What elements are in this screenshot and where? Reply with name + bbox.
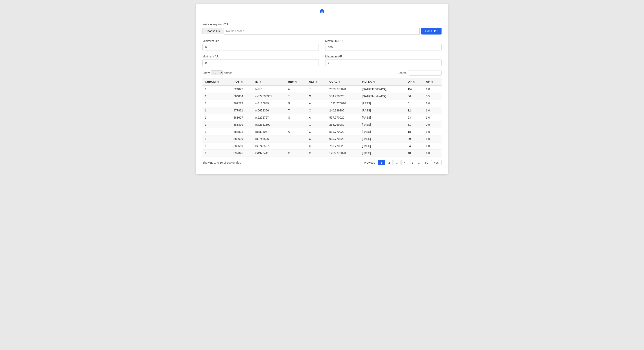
min-dp-label: Minimum DP: — [202, 39, 319, 43]
col-filter[interactable]: FILTER ⇅ — [360, 78, 405, 85]
cell-id: rs4970441 — [253, 150, 286, 157]
max-af-label: Maximum AF: — [325, 55, 442, 58]
cell-id: rs3828047 — [253, 128, 286, 135]
col-af[interactable]: AF ⇅ — [424, 78, 442, 85]
cell-filter: [GATKStandardMQ] — [360, 85, 405, 93]
cell-filter: [PASS] — [360, 100, 405, 107]
cell-ref: T — [286, 135, 306, 143]
cell-filter: [PASS] — [360, 114, 405, 121]
cell-af: 1.0 — [424, 100, 442, 107]
min-dp-group: Minimum DP: — [202, 39, 319, 51]
dp-filters-row: Minimum DP: Maximum DP: — [202, 39, 442, 51]
max-dp-input[interactable] — [325, 44, 442, 51]
cell-pos: 897325 — [231, 150, 253, 157]
content: Insira o arquivo VCF Choose File No file… — [196, 18, 448, 170]
cell-chrom: 1 — [202, 128, 231, 135]
table-row: 1762273rs3115849GA1692.770020[PASS]811.0 — [202, 100, 442, 107]
page-50-button[interactable]: 50 — [423, 160, 430, 165]
data-table: CHROM ⇅ POS ⇅ ID ⇅ REF ⇅ ALT ⇅ QUAL ⇅ FI… — [202, 78, 442, 157]
cell-id: rs377593965 — [253, 93, 286, 100]
col-chrom[interactable]: CHROM ⇅ — [202, 78, 231, 85]
cell-dp: 81 — [405, 100, 424, 107]
cell-qual: 1255.770020 — [327, 150, 360, 157]
cell-ref: A — [286, 85, 306, 93]
cell-filter: [PASS] — [360, 143, 405, 150]
page-5-button[interactable]: 5 — [409, 160, 416, 165]
cell-id: rs72631890 — [253, 121, 286, 128]
table-row: 1881627rs2272757GA557.770020[PASS]231.0 — [202, 114, 442, 121]
table-header-row: CHROM ⇅ POS ⇅ ID ⇅ REF ⇅ ALT ⇅ QUAL ⇅ FI… — [202, 78, 442, 85]
col-dp[interactable]: DP ⇅ — [405, 78, 424, 85]
choose-file-button[interactable]: Choose File — [202, 28, 224, 34]
cell-chrom: 1 — [202, 135, 231, 143]
cell-qual: 2639.770020 — [327, 85, 360, 93]
min-af-group: Minimum AF: — [202, 55, 319, 66]
cell-alt: A — [306, 114, 327, 121]
cell-af: 1.0 — [424, 150, 442, 157]
file-row: Choose File No file chosen Consultar — [202, 28, 442, 34]
page-1-button[interactable]: 1 — [378, 160, 385, 165]
page-ellipsis: … — [417, 160, 422, 165]
cell-id: rs6672356 — [253, 107, 286, 114]
page-3-button[interactable]: 3 — [394, 160, 400, 165]
table-row: 1888639rs3748596TC920.770020[PASS]391.0 — [202, 135, 442, 143]
cell-dp: 48 — [405, 150, 424, 157]
cell-dp: 23 — [405, 114, 424, 121]
cell-ref: G — [286, 114, 306, 121]
cell-af: 1.0 — [424, 135, 442, 143]
cell-filter: [GATKStandardMQ] — [360, 93, 405, 100]
entries-label: entries — [224, 71, 232, 74]
col-id[interactable]: ID ⇅ — [253, 78, 286, 85]
max-af-input[interactable] — [325, 59, 442, 66]
cell-af: 1.0 — [424, 85, 442, 93]
cell-dp: 31 — [405, 121, 424, 128]
page-4-button[interactable]: 4 — [401, 160, 408, 165]
cell-qual: 1692.770020 — [327, 100, 360, 107]
cell-alt: C — [306, 107, 327, 114]
table-row: 1897325rs4970441GC1255.770020[PASS]481.0 — [202, 150, 442, 157]
cell-id: None — [253, 85, 286, 93]
cell-alt: G — [306, 128, 327, 135]
cell-chrom: 1 — [202, 143, 231, 150]
cell-af: 1.0 — [424, 114, 442, 121]
cell-af: 1.0 — [424, 128, 442, 135]
page-2-button[interactable]: 2 — [386, 160, 393, 165]
cell-pos: 324822 — [231, 85, 253, 93]
cell-chrom: 1 — [202, 85, 231, 93]
previous-button[interactable]: Previous — [362, 160, 377, 165]
cell-alt: G — [306, 121, 327, 128]
min-dp-input[interactable] — [202, 44, 319, 51]
cell-qual: 554.770020 — [327, 93, 360, 100]
max-dp-label: Maximum DP: — [325, 39, 442, 43]
col-qual[interactable]: QUAL ⇅ — [327, 78, 360, 85]
cell-af: 0.5 — [424, 93, 442, 100]
next-button[interactable]: Next — [431, 160, 442, 165]
entries-select[interactable]: 10 25 50 100 — [211, 70, 222, 75]
col-ref[interactable]: REF ⇅ — [286, 78, 306, 85]
cell-dp: 152 — [405, 85, 424, 93]
search-input[interactable] — [409, 70, 442, 76]
cell-chrom: 1 — [202, 93, 231, 100]
col-alt[interactable]: ALT ⇅ — [306, 78, 327, 85]
cell-filter: [PASS] — [360, 128, 405, 135]
cell-af: 1.0 — [424, 107, 442, 114]
main-container: Insira o arquivo VCF Choose File No file… — [196, 4, 448, 174]
show-label: Show — [202, 71, 210, 74]
file-section: Insira o arquivo VCF Choose File No file… — [202, 23, 442, 34]
showing-text: Showing 1 to 10 of 500 entries — [202, 161, 241, 164]
cell-chrom: 1 — [202, 114, 231, 121]
cell-filter: [PASS] — [360, 121, 405, 128]
cell-id: rs3748597 — [253, 143, 286, 150]
cell-alt: A — [306, 100, 327, 107]
cell-pos: 762273 — [231, 100, 253, 107]
cell-alt: C — [306, 135, 327, 143]
home-icon[interactable] — [319, 8, 325, 15]
cell-alt: G — [306, 93, 327, 100]
cell-dp: 12 — [405, 107, 424, 114]
cell-qual: 531.770020 — [327, 128, 360, 135]
table-row: 1888659rs3748597TC763.770020[PASS]341.0 — [202, 143, 442, 150]
min-af-input[interactable] — [202, 59, 319, 66]
cell-dp: 66 — [405, 93, 424, 100]
col-pos[interactable]: POS ⇅ — [231, 78, 253, 85]
consultar-button[interactable]: Consultar — [421, 28, 442, 34]
